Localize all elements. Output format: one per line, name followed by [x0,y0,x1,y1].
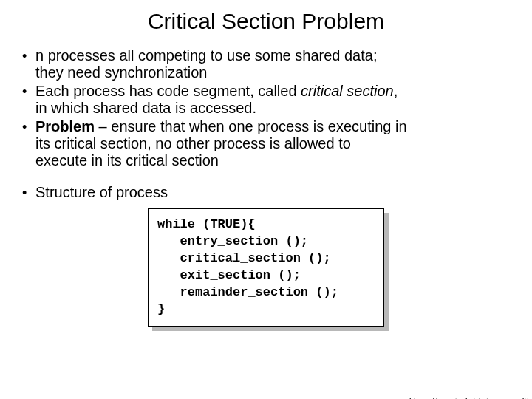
bullet-list: • n processes all competing to use some … [22,47,510,201]
code-line-6: } [157,302,165,316]
code-line-2: entry_section (); [157,234,308,248]
bullet-3-line-2: its critical section, no other process i… [35,135,351,151]
code-line-5: remainder_section (); [157,285,338,299]
code-block: while (TRUE){ entry_section (); critical… [148,208,384,327]
bullet-2-line-1-post: , [394,83,398,99]
code-line-1: while (TRUE){ [157,217,256,231]
bullet-2-italic: critical section [301,83,394,99]
bullet-dot-icon: • [22,118,35,169]
code-line-4: exit_section (); [157,268,301,282]
footer-page-number: pg 46 [513,396,528,399]
bullet-3-bold: Problem [35,118,95,134]
bullet-4: • Structure of process [22,184,510,201]
bullet-dot-icon: • [22,184,35,201]
code-block-body: while (TRUE){ entry_section (); critical… [148,208,384,327]
bullet-2-text: Each process has code segment, called cr… [35,83,510,117]
bullet-2: • Each process has code segment, called … [22,83,510,117]
bullet-dot-icon: • [22,83,35,117]
bullet-3-text: Problem – ensure that when one process i… [35,118,510,169]
bullet-dot-icon: • [22,47,35,81]
slide: Critical Section Problem • n processes a… [0,9,532,399]
code-line-3: critical_section (); [157,251,331,265]
bullet-3-line-3: execute in its critical section [35,152,219,168]
footer-course: Advanced Computer Architecture [408,396,497,399]
bullet-3: • Problem – ensure that when one process… [22,118,510,169]
slide-title: Critical Section Problem [0,9,532,34]
bullet-1-line-2: they need synchronization [35,64,207,81]
bullet-1-text: n processes all competing to use some sh… [35,47,510,81]
bullet-2-line-2: in which shared data is accessed. [35,100,256,116]
bullet-3-line-1-post: – ensure that when one process is execut… [95,118,406,134]
bullet-4-text: Structure of process [35,184,510,201]
spacer [22,171,510,184]
bullet-1-line-1: n processes all competing to use some sh… [35,47,377,64]
bullet-1: • n processes all competing to use some … [22,47,510,81]
bullet-2-line-1-pre: Each process has code segment, called [35,83,301,99]
